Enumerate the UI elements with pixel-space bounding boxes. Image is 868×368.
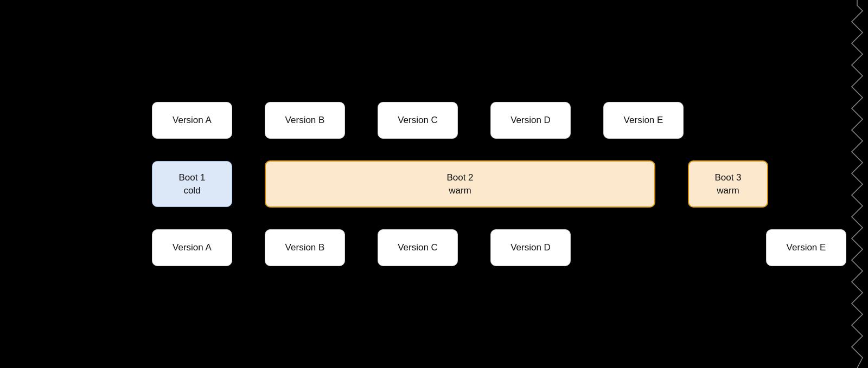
version-a-bottom: Version A xyxy=(152,229,232,266)
version-c-top: Version C xyxy=(378,102,458,139)
zigzag-edge xyxy=(846,0,868,368)
boot1-cold: Boot 1 cold xyxy=(152,161,232,208)
version-d-bottom: Version D xyxy=(490,229,571,266)
version-b-top: Version B xyxy=(265,102,345,139)
version-e-top: Version E xyxy=(603,102,684,139)
bottom-version-row: Version A Version B Version C Version D … xyxy=(152,229,846,266)
version-d-top: Version D xyxy=(490,102,571,139)
boot-row: Boot 1 cold Boot 2 warm Boot 3 warm xyxy=(152,160,846,208)
version-a-top: Version A xyxy=(152,102,232,139)
version-c-bottom: Version C xyxy=(378,229,458,266)
boot3-warm: Boot 3 warm xyxy=(688,160,768,208)
version-e-bottom: Version E xyxy=(766,229,846,266)
main-layout: Version A Version B Version C Version D … xyxy=(0,0,846,368)
boot2-warm: Boot 2 warm xyxy=(265,160,655,208)
top-version-row: Version A Version B Version C Version D … xyxy=(152,102,846,139)
version-b-bottom: Version B xyxy=(265,229,345,266)
